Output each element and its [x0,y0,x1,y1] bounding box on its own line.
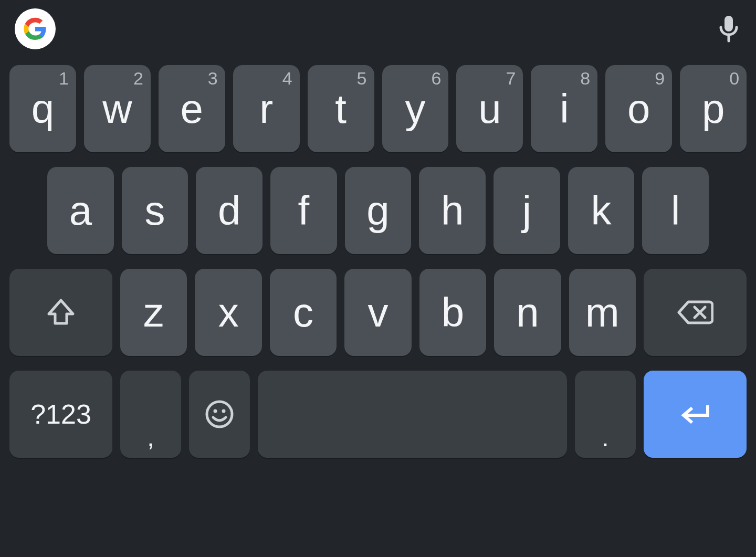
key-label: e [181,88,203,129]
key-label: o [627,88,650,129]
key-label: , [147,425,154,450]
gboard-keyboard: 1q 2w 3e 4r 5t 6y 7u 8i 9o 0p a s d f g … [0,0,756,557]
key-y[interactable]: 6y [382,65,449,152]
key-hint: 4 [282,69,292,87]
enter-key[interactable] [644,371,747,458]
key-k[interactable]: k [568,167,635,254]
key-hint: 2 [133,69,143,87]
svg-point-6 [222,409,226,413]
key-b[interactable]: b [419,269,486,356]
google-search-button[interactable] [15,8,56,49]
key-o[interactable]: 9o [605,65,672,152]
key-label: q [32,88,54,129]
svg-rect-0 [724,16,733,31]
key-label: x [218,292,239,333]
backspace-key[interactable] [644,269,747,356]
microphone-icon [718,15,740,43]
key-label: ?123 [30,401,91,428]
key-hint: 9 [655,69,665,87]
key-v[interactable]: v [344,269,411,356]
key-a[interactable]: a [47,167,114,254]
key-label: i [560,88,569,129]
key-label: y [405,88,425,129]
key-e[interactable]: 3e [159,65,225,152]
key-label: b [442,292,464,333]
shift-icon [46,297,76,328]
key-label: z [143,292,164,333]
key-g[interactable]: g [345,167,412,254]
comma-key[interactable]: , [120,371,181,458]
key-label: a [69,190,92,231]
emoji-key[interactable] [189,371,250,458]
key-i[interactable]: 8i [531,65,597,152]
key-label: h [441,190,464,231]
emoji-icon [205,400,234,429]
key-label: j [522,190,531,231]
backspace-icon [677,300,713,325]
voice-input-button[interactable] [716,16,741,41]
key-s[interactable]: s [122,167,188,254]
key-hint: 0 [729,69,739,87]
key-c[interactable]: c [270,269,337,356]
key-hint: 1 [59,69,69,87]
key-p[interactable]: 0p [680,65,747,152]
key-row-1: 1q 2w 3e 4r 5t 6y 7u 8i 9o 0p [9,65,747,152]
suggestion-bar [9,7,747,55]
symbols-key[interactable]: ?123 [9,371,112,458]
key-hint: 5 [357,69,367,87]
key-label: w [102,88,132,129]
key-row-4: ?123 , . [9,371,747,458]
key-label: . [602,425,608,450]
enter-icon [678,404,712,425]
key-row-2: a s d f g h j k l [9,167,747,254]
key-hint: 7 [506,69,516,87]
key-label: k [591,190,612,231]
svg-point-4 [207,402,232,427]
key-d[interactable]: d [196,167,262,254]
key-hint: 6 [432,69,442,87]
period-key[interactable]: . [575,371,636,458]
key-row-3: z x c v b n m [9,269,747,356]
key-t[interactable]: 5t [308,65,374,152]
key-label: d [218,190,240,231]
key-j[interactable]: j [494,167,560,254]
key-f[interactable]: f [270,167,337,254]
key-r[interactable]: 4r [233,65,300,152]
shift-key[interactable] [9,269,112,356]
key-label: s [145,190,165,231]
key-label: m [585,292,620,333]
key-label: f [298,190,310,231]
key-label: r [259,88,273,129]
key-label: n [516,292,539,333]
svg-point-5 [214,409,217,413]
google-logo-icon [23,16,48,41]
key-w[interactable]: 2w [84,65,151,152]
key-m[interactable]: m [569,269,636,356]
key-label: t [335,88,346,129]
key-hint: 8 [580,69,590,87]
key-label: p [702,88,724,129]
key-label: v [368,292,388,333]
key-l[interactable]: l [642,167,709,254]
key-u[interactable]: 7u [456,65,523,152]
key-hint: 3 [208,69,218,87]
space-key[interactable] [258,371,567,458]
key-h[interactable]: h [419,167,486,254]
key-label: g [366,190,389,231]
key-label: l [671,190,680,231]
key-n[interactable]: n [494,269,561,356]
key-q[interactable]: 1q [9,65,76,152]
key-z[interactable]: z [120,269,187,356]
key-label: u [478,88,501,129]
key-label: c [293,292,313,333]
key-x[interactable]: x [195,269,261,356]
